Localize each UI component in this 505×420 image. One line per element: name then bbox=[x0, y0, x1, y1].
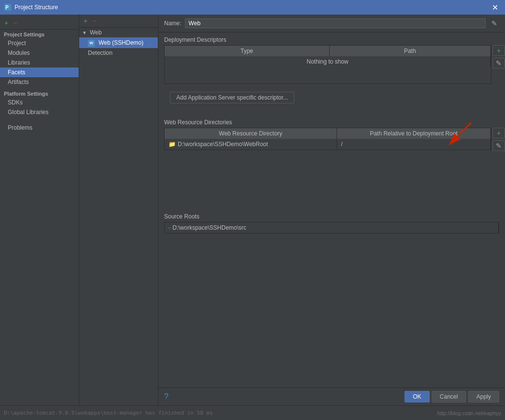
right-content: Name: ✎ Deployment Descriptors bbox=[158, 15, 505, 387]
sidebar-remove-button[interactable]: − bbox=[12, 18, 18, 27]
edit-icon[interactable]: ✎ bbox=[490, 19, 499, 28]
right-panel: Name: ✎ Deployment Descriptors bbox=[158, 15, 505, 405]
add-descriptor-area: Add Application Server specific descript… bbox=[158, 84, 505, 111]
right-panel-actions: ✎ bbox=[489, 19, 499, 28]
wrd-row-directory: 📁 D:\workspace\SSHDemo\WebRoot bbox=[165, 139, 337, 150]
sidebar-item-project[interactable]: Project bbox=[0, 38, 79, 48]
svg-text:P: P bbox=[5, 5, 9, 10]
add-descriptor-button[interactable]: Add Application Server specific descript… bbox=[170, 92, 294, 103]
deployment-side-buttons: + ✎ bbox=[491, 45, 505, 68]
cancel-button[interactable]: Cancel bbox=[432, 391, 466, 403]
source-roots-title: Source Roots bbox=[158, 209, 505, 222]
facets-tree-panel: + − ▼ Web W Web (SSHDemo) Detection bbox=[79, 15, 158, 405]
wrd-table-wrapper: Web Resource Directory Path Relative to … bbox=[164, 128, 491, 150]
sidebar-item-modules[interactable]: Modules bbox=[0, 48, 79, 58]
deployment-descriptors-section: Deployment Descriptors Type Path bbox=[158, 33, 505, 84]
wrd-edit-button[interactable]: ✎ bbox=[492, 140, 505, 151]
title-bar: P Project Structure ✕ bbox=[0, 0, 505, 15]
wrd-row-rel-path: / bbox=[337, 139, 491, 150]
close-button[interactable]: ✕ bbox=[489, 2, 501, 13]
middle-spacer bbox=[158, 151, 505, 209]
status-bar: D:\apache-tomcat-9.0.5\webapps\host-mana… bbox=[0, 405, 505, 420]
source-roots-table: ▫ D:\workspace\SSHDemo\src bbox=[165, 222, 499, 233]
tree-toolbar: + − bbox=[79, 15, 158, 28]
deployment-table-wrapper: Type Path Nothing to show bbox=[164, 45, 491, 84]
sidebar-toolbar: + − bbox=[0, 17, 79, 30]
name-label: Name: bbox=[164, 20, 181, 27]
deployment-empty-text: Nothing to show bbox=[165, 56, 491, 67]
deployment-col-path: Path bbox=[329, 46, 490, 56]
web-resource-directories-section: Web Resource Directories Web Resource Di… bbox=[158, 115, 505, 151]
source-roots-section: Source Roots ▫ D:\workspace\SSHDemo\src bbox=[158, 209, 505, 234]
deployment-table-container: Type Path Nothing to show bbox=[164, 45, 505, 84]
tree-node-web-sshdemo[interactable]: W Web (SSHDemo) bbox=[79, 37, 158, 48]
deployment-add-button[interactable]: + bbox=[492, 45, 505, 56]
name-input[interactable] bbox=[185, 18, 486, 28]
source-root-row: ▫ D:\workspace\SSHDemo\src bbox=[165, 222, 499, 233]
app-icon: P bbox=[4, 3, 12, 11]
tree-remove-button[interactable]: − bbox=[91, 17, 98, 25]
tree-node-sshdemo-label: Web (SSHDemo) bbox=[99, 39, 143, 46]
sidebar-item-facets[interactable]: Facets bbox=[0, 67, 79, 77]
wrd-title: Web Resource Directories bbox=[158, 115, 505, 128]
sidebar-item-problems[interactable]: Problems bbox=[0, 123, 79, 133]
wrd-side-buttons: + ✎ bbox=[491, 128, 505, 151]
name-row: Name: ✎ bbox=[158, 15, 505, 33]
tree-arrow-icon: ▼ bbox=[82, 30, 87, 35]
watermark: http://blog.csdn.net/eaphyy bbox=[438, 410, 501, 416]
sidebar-add-button[interactable]: + bbox=[3, 18, 10, 27]
tree-node-web-root[interactable]: ▼ Web bbox=[79, 28, 158, 37]
wrd-col-directory: Web Resource Directory bbox=[165, 128, 337, 139]
platform-settings-header: Platform Settings bbox=[0, 89, 79, 98]
wrd-add-button[interactable]: + bbox=[492, 128, 505, 138]
folder-icon: 📁 bbox=[168, 141, 176, 148]
tree-node-detection-label: Detection bbox=[88, 50, 113, 56]
source-roots-table-wrapper: ▫ D:\workspace\SSHDemo\src bbox=[164, 222, 499, 234]
window-title: Project Structure bbox=[15, 4, 58, 11]
title-bar-left: P Project Structure bbox=[4, 3, 58, 11]
tree-node-detection[interactable]: Detection bbox=[79, 48, 158, 58]
wrd-table-container: Web Resource Directory Path Relative to … bbox=[164, 128, 505, 151]
deployment-descriptors-title: Deployment Descriptors bbox=[158, 33, 505, 45]
platform-settings-group: Platform Settings SDKs Global Libraries bbox=[0, 89, 79, 117]
sidebar-item-sdks[interactable]: SDKs bbox=[0, 98, 79, 107]
sidebar-item-libraries[interactable]: Libraries bbox=[0, 58, 79, 67]
project-settings-header: Project Settings bbox=[0, 30, 79, 38]
web-facet-icon: W bbox=[88, 39, 95, 47]
ok-button[interactable]: OK bbox=[404, 391, 429, 403]
tree-node-web-label: Web bbox=[90, 29, 101, 36]
wrd-table: Web Resource Directory Path Relative to … bbox=[165, 128, 491, 150]
deployment-table: Type Path Nothing to show bbox=[165, 46, 491, 67]
sidebar-item-artifacts[interactable]: Artifacts bbox=[0, 77, 79, 87]
content-panels: + − ▼ Web W Web (SSHDemo) Detection bbox=[79, 15, 505, 405]
deployment-col-type: Type bbox=[165, 46, 329, 56]
deployment-edit-button[interactable]: ✎ bbox=[492, 58, 505, 68]
main-container: + − Project Settings Project Modules Lib… bbox=[0, 15, 505, 405]
dialog-buttons-row: ? OK Cancel Apply bbox=[158, 387, 505, 405]
sidebar: + − Project Settings Project Modules Lib… bbox=[0, 15, 79, 405]
status-text: D:\apache-tomcat-9.0.5\webapps\host-mana… bbox=[4, 410, 213, 416]
project-settings-group: Project Settings Project Modules Librari… bbox=[0, 30, 79, 87]
wrd-col-path: Path Relative to Deployment Root bbox=[337, 128, 491, 139]
tree-add-button[interactable]: + bbox=[82, 17, 89, 25]
source-folder-icon: ▫ bbox=[168, 224, 170, 231]
apply-button[interactable]: Apply bbox=[468, 391, 499, 403]
help-icon[interactable]: ? bbox=[164, 392, 168, 401]
sidebar-item-global-libraries[interactable]: Global Libraries bbox=[0, 107, 79, 117]
